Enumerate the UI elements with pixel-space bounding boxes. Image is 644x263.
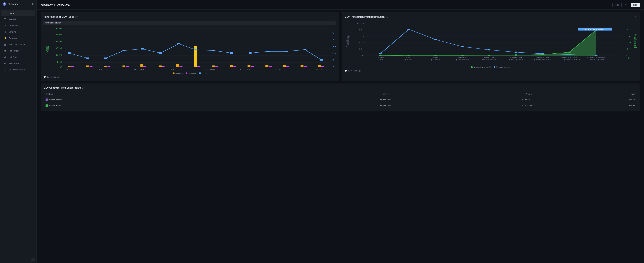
svg-text:80k: 80k xyxy=(358,29,364,31)
mev-performance-info-icon[interactable]: i xyxy=(75,16,78,18)
leaderboard-header: MEV Contract Profit Leaderboard i xyxy=(44,86,637,89)
sidebar-item-sandwich[interactable]: ☰ Sandwich xyxy=(1,16,35,22)
svg-text:6M: 6M xyxy=(56,27,62,30)
sidebar-item-label-malicious-tokens: Malicious Tokens xyxy=(8,68,25,71)
sidebar-item-lending[interactable]: ◈ Lending xyxy=(1,29,35,35)
svg-text:22,937.5: 22,937.5 xyxy=(536,57,549,58)
sort-profit-pct-icon: ▼ xyxy=(389,93,391,95)
svg-rect-63 xyxy=(267,51,270,52)
col-contract: Contract xyxy=(44,92,244,97)
network-selector[interactable]: Ξ Ethereum ⇅ xyxy=(0,0,36,8)
svg-text:$10K-$100K: $10K-$100K xyxy=(534,59,552,61)
sidebar-item-label-new-pools: New Pools xyxy=(8,62,19,65)
svg-text:Profit($): Profit($) xyxy=(45,46,50,52)
contract-cell-2: 0xa2a_1e7ef xyxy=(44,103,244,109)
time-filter-7d[interactable]: 7D xyxy=(622,3,630,7)
svg-text:9k: 9k xyxy=(332,32,336,34)
sidebar-item-mev-livestream[interactable]: ▤ MEV Live-stream xyxy=(1,41,35,48)
legend-avg-profit-label: Avg profit in range($) xyxy=(474,66,491,68)
collapse-button[interactable]: ‹ xyxy=(31,257,35,261)
contract-color-1 xyxy=(46,99,48,101)
svg-text:3.57: 3.57 xyxy=(432,57,438,58)
sidebar-collapse: ‹ xyxy=(0,256,36,263)
legend-count: Count xyxy=(199,72,206,74)
sidebar-item-label-sandwich: Sandwich xyxy=(8,18,18,21)
col-profit[interactable]: Profit ▼ xyxy=(393,92,534,97)
table-row[interactable]: 0xa2a_1e7ef 22,251.14% $14,787.06 $66.46 xyxy=(44,103,637,109)
legend-count-dot xyxy=(199,73,201,74)
mev-distribution-header: MEV Transaction Profit Distribution i ⤢ xyxy=(344,15,637,19)
svg-rect-26 xyxy=(140,64,143,67)
svg-text:138,997.36: 138,997.36 xyxy=(561,57,577,58)
mev-performance-dropdown[interactable]: By trading profit ▾ xyxy=(44,21,336,25)
mev-distribution-title-row: MEV Transaction Profit Distribution i xyxy=(344,16,388,18)
svg-text:100k: 100k xyxy=(356,23,364,25)
sidebar-item-flashloan[interactable]: ⚡ Flashloan xyxy=(1,35,35,41)
svg-text:$1-$10: $1-$10 xyxy=(430,59,440,61)
svg-rect-62 xyxy=(248,52,252,54)
eth-icon: Ξ xyxy=(3,3,6,6)
col-cost: Cost xyxy=(534,92,637,97)
sidebar: Ξ Ethereum ⇅ ⌂ Home ☰ Sandwich ≡ Liquida… xyxy=(0,0,36,263)
svg-rect-40 xyxy=(126,66,129,67)
mev-performance-chart: 0 1M 2M 3M 4M 5M 6M Profit($) 4k 5k 6k 7 xyxy=(44,27,336,71)
mev-distribution-expand-icon[interactable]: ⤢ xyxy=(634,15,637,19)
legend-avg-profit-dot xyxy=(471,66,472,68)
svg-rect-64 xyxy=(285,51,288,52)
leaderboard-title: MEV Contract Profit Leaderboard xyxy=(44,86,81,89)
sidebar-item-new-pools[interactable]: ⊞ New Pools xyxy=(1,60,35,66)
svg-text:3. Aug: 3. Aug xyxy=(205,69,215,70)
mev-distribution-info-icon[interactable]: i xyxy=(386,16,388,18)
svg-point-112 xyxy=(568,52,571,53)
svg-text:0: 0 xyxy=(60,66,62,68)
sidebar-item-liquidation[interactable]: ≡ Liquidation xyxy=(1,23,35,29)
svg-rect-53 xyxy=(86,58,89,59)
svg-text:-1M: -1M xyxy=(626,57,632,59)
sidebar-item-label-hot-pools: Hot Pools xyxy=(8,56,18,58)
legend-sandwich-dot xyxy=(186,73,188,74)
cost-2: $66.46 xyxy=(534,103,637,109)
profit-1: $18,825.77 xyxy=(393,97,534,103)
svg-point-110 xyxy=(514,55,517,56)
svg-rect-49 xyxy=(286,66,289,67)
svg-rect-35 xyxy=(300,65,304,67)
svg-rect-33 xyxy=(266,65,268,67)
profit-pct-2: 22,251.14% xyxy=(244,103,393,109)
svg-text:26. Jul: 26. Jul xyxy=(133,69,144,70)
svg-text:2,366.64: 2,366.64 xyxy=(510,57,522,58)
svg-rect-60 xyxy=(212,50,215,51)
legend-count-label: Count xyxy=(202,72,206,74)
time-filter-30d[interactable]: 30D xyxy=(631,3,640,7)
leaderboard-table-head: Contract Profit% ▼ Profit ▼ Cost xyxy=(44,92,637,97)
svg-rect-65 xyxy=(304,49,306,50)
time-filter-group: 24H 7D 30D xyxy=(612,3,640,7)
sidebar-item-malicious-tokens[interactable]: ⚠ Malicious Tokens xyxy=(1,67,35,73)
svg-rect-24 xyxy=(104,66,107,67)
leaderboard-table-body: 0x005_6489a 56,986.46% $18,825.77 $33.04… xyxy=(44,97,637,109)
sidebar-item-hot-pools[interactable]: ◎ Hot Pools xyxy=(1,54,35,60)
time-filter-24h[interactable]: 24H xyxy=(612,3,622,7)
svg-text:$0-$1: $0-$1 xyxy=(404,59,413,61)
table-row[interactable]: 0x005_6489a 56,986.46% $18,825.77 $33.04 xyxy=(44,97,637,103)
sidebar-item-home[interactable]: ⌂ Home xyxy=(1,10,35,16)
svg-rect-43 xyxy=(180,66,182,67)
sidebar-item-hot-tokens[interactable]: ◉ Hot Tokens xyxy=(1,48,35,54)
svg-rect-55 xyxy=(122,50,126,51)
svg-text:5M: 5M xyxy=(56,34,62,36)
sidebar-item-label-flashloan: Flashloan xyxy=(8,37,18,40)
svg-rect-52 xyxy=(68,52,70,54)
mev-distribution-legend: Avg profit in range($) Tx count in range xyxy=(344,66,637,68)
legend-arbitrage: Arbitrage xyxy=(173,72,183,74)
svg-rect-30 xyxy=(212,66,215,67)
contract-address-1: 0x005_6489a xyxy=(49,99,62,101)
svg-rect-50 xyxy=(304,66,307,67)
legend-arbitrage-dot xyxy=(173,73,174,74)
contract-address-2: 0xa2a_1e7ef xyxy=(49,104,61,107)
leaderboard-card: MEV Contract Profit Leaderboard i Contra… xyxy=(40,84,640,111)
leaderboard-info-icon[interactable]: i xyxy=(82,87,84,89)
livestream-icon: ▤ xyxy=(4,43,7,46)
col-profit-pct[interactable]: Profit% ▼ xyxy=(244,92,393,97)
sidebar-item-label-hot-tokens: Hot Tokens xyxy=(8,50,20,52)
svg-text:4M: 4M xyxy=(56,40,62,43)
mev-performance-expand-icon[interactable]: ⤢ xyxy=(333,15,336,19)
